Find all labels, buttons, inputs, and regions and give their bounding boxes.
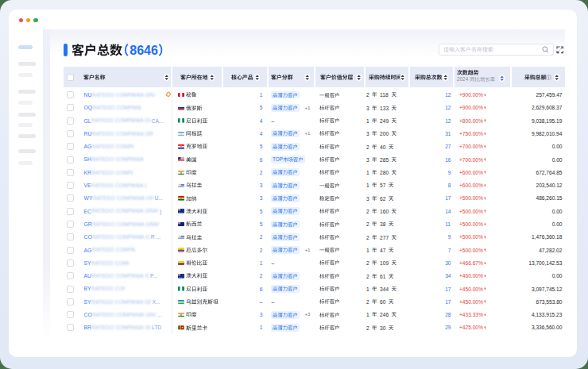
svg-text:3: 3 — [366, 131, 369, 136]
svg-text:200: 200 — [380, 131, 389, 136]
svg-text:8646: 8646 — [130, 44, 158, 57]
svg-text:2: 2 — [366, 325, 369, 330]
svg-text:40: 40 — [380, 144, 386, 149]
svg-text:1: 1 — [366, 312, 369, 317]
svg-text:2: 2 — [366, 234, 369, 240]
svg-text:1: 1 — [366, 248, 369, 253]
svg-text:3: 3 — [366, 105, 369, 110]
svg-text:246: 246 — [380, 312, 389, 317]
svg-text:109: 109 — [380, 260, 389, 266]
svg-text:60: 60 — [380, 299, 386, 305]
svg-text:1: 1 — [366, 286, 369, 291]
svg-text:3: 3 — [366, 195, 369, 201]
svg-text:277: 277 — [380, 234, 389, 240]
svg-text:TOP: TOP — [273, 156, 283, 162]
svg-text:3: 3 — [366, 156, 369, 162]
svg-text:2: 2 — [366, 209, 369, 214]
svg-text:280: 280 — [380, 170, 389, 175]
svg-text:2: 2 — [366, 144, 369, 149]
svg-text:57: 57 — [380, 183, 386, 188]
svg-text:2: 2 — [366, 299, 369, 305]
svg-text:47: 47 — [380, 248, 386, 253]
svg-text:133: 133 — [380, 105, 389, 110]
svg-text:285: 285 — [380, 156, 389, 162]
svg-text:1: 1 — [366, 118, 369, 124]
svg-text:344: 344 — [380, 286, 389, 291]
svg-text:160: 160 — [380, 209, 389, 214]
svg-text:2024: 2024 — [457, 77, 469, 83]
svg-text:1: 1 — [366, 170, 369, 175]
svg-text:249: 249 — [380, 118, 389, 124]
svg-text:30: 30 — [380, 325, 386, 330]
svg-text:38: 38 — [380, 221, 386, 227]
svg-text:2: 2 — [366, 273, 369, 279]
svg-text:2: 2 — [366, 260, 369, 266]
svg-text:2: 2 — [366, 92, 369, 98]
svg-text:1: 1 — [366, 183, 369, 188]
svg-text:2: 2 — [366, 221, 369, 227]
svg-text:62: 62 — [380, 195, 386, 201]
svg-text:118: 118 — [380, 92, 389, 98]
svg-text:61: 61 — [380, 273, 386, 279]
